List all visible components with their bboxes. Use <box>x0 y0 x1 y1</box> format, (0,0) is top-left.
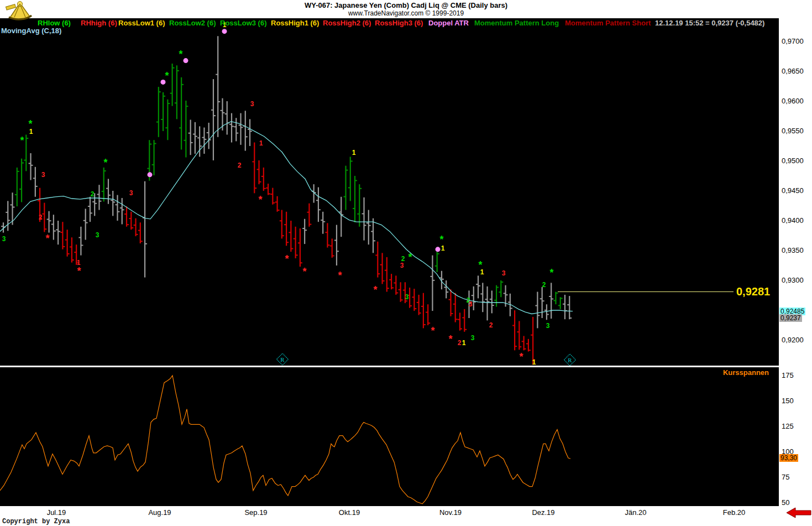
price-bar <box>129 212 133 230</box>
pattern-marker: 3 <box>400 262 404 269</box>
price-bar <box>348 157 353 201</box>
price-bar <box>111 191 115 216</box>
price-bar <box>83 209 88 239</box>
price-bar <box>448 289 453 316</box>
price-axis-label: 0,9300 <box>782 276 804 284</box>
pattern-marker: 3 <box>129 189 133 197</box>
legend-item[interactable]: 12.12.19 15:52 = 0,9237 (-0,5482) <box>655 19 764 27</box>
target-price-label: 0,9281 <box>736 285 770 298</box>
price-bar <box>280 210 284 239</box>
pattern-marker: * <box>285 253 289 264</box>
kursspannen-panel[interactable]: Kursspannen <box>0 367 779 506</box>
month-label: Sep.19 <box>234 508 278 517</box>
price-bar <box>239 113 243 145</box>
legend-item[interactable]: Momentum Pattern Short <box>565 19 651 27</box>
indicator-axis-label: 75 <box>782 473 789 481</box>
price-bar <box>229 113 234 143</box>
pattern-marker: * <box>549 267 553 278</box>
price-bar <box>88 197 92 222</box>
pattern-marker: 1 <box>441 244 445 252</box>
price-bar <box>175 65 179 119</box>
price-bar <box>417 295 421 315</box>
pattern-marker: * <box>431 325 434 336</box>
ross-hook-icon: R <box>564 354 575 366</box>
month-label: Aug.19 <box>138 508 182 517</box>
price-bar <box>161 92 165 131</box>
pattern-marker: * <box>20 135 24 146</box>
chart-subtitle: www.TradeNavigator.com © 1999-2019 <box>0 9 812 17</box>
price-bar <box>435 252 439 272</box>
price-bar <box>184 101 188 158</box>
price-bar <box>15 168 19 206</box>
price-bar <box>567 296 572 319</box>
scroll-left-arrow-icon[interactable] <box>785 507 812 519</box>
pattern-marker: * <box>179 49 182 60</box>
price-bar <box>307 204 311 227</box>
price-bar <box>116 195 120 221</box>
indicator-name-label[interactable]: Kursspannen <box>723 368 769 377</box>
price-bar <box>42 203 46 232</box>
price-bar <box>225 101 229 134</box>
price-bar <box>399 282 403 302</box>
legend-item[interactable]: RossHigh1 (6) <box>271 19 319 27</box>
price-chart-panel[interactable]: RHlow (6)RHhigh (6)RossLow1 (6)RossLow2 … <box>0 18 779 366</box>
month-label: Jul.19 <box>34 508 78 517</box>
legend-item[interactable]: RossLow3 (6) <box>220 19 267 27</box>
price-bar <box>563 295 567 319</box>
legend-item[interactable]: RHhigh (6) <box>81 19 117 27</box>
pattern-marker: 2 <box>542 281 546 289</box>
month-label: Okt.19 <box>327 508 371 517</box>
kursspannen-canvas[interactable] <box>0 367 779 506</box>
legend-item[interactable]: RossLow2 (6) <box>169 19 216 27</box>
price-bar <box>517 321 521 350</box>
price-bar <box>540 287 544 318</box>
price-bar <box>334 225 339 265</box>
price-bar <box>29 153 33 180</box>
price-bar <box>33 167 38 197</box>
pattern-marker: 3 <box>41 171 45 179</box>
price-bar <box>56 221 60 244</box>
price-chart-canvas[interactable]: 3**132*1*23*3**1231****1*23*3**1*21233*1… <box>0 18 779 366</box>
price-bar <box>462 309 467 332</box>
legend-item[interactable]: Momentum Pattern Long <box>474 19 559 27</box>
legend-item-movingavg[interactable]: MovingAvg (C,18) <box>1 27 61 35</box>
price-bar <box>512 310 517 350</box>
price-bar <box>544 304 549 320</box>
svg-text:R: R <box>568 357 572 363</box>
price-bar <box>138 222 143 243</box>
price-axis-label: 0,9500 <box>782 157 804 165</box>
pattern-marker: * <box>338 270 342 281</box>
legend-item[interactable]: RHlow (6) <box>38 19 71 27</box>
price-bar <box>298 228 302 267</box>
trade-navigator-logo-icon <box>4 1 35 23</box>
price-bar <box>321 212 325 234</box>
price-bar <box>211 79 216 160</box>
legend-item[interactable]: RossLow1 (6) <box>118 19 165 27</box>
price-bar <box>316 188 321 222</box>
price-axis-label: 0,9600 <box>782 97 804 105</box>
ross-hook-icon: R <box>276 353 288 365</box>
price-bar <box>490 290 494 313</box>
month-label: Nov.19 <box>428 508 473 517</box>
price-bar <box>120 198 124 225</box>
price-axis-label: 0,9550 <box>782 127 804 135</box>
price-bar <box>170 64 175 106</box>
price-bar <box>261 168 266 191</box>
copyright-label: Copyright by Zyxa <box>2 518 70 525</box>
pattern-marker: * <box>519 351 523 362</box>
price-bar <box>380 253 385 284</box>
price-bar <box>65 230 70 257</box>
legend-item[interactable]: Doppel ATR <box>428 19 469 27</box>
pattern-marker: 2 <box>489 321 493 329</box>
price-bar <box>458 313 462 330</box>
pattern-marker: 3 <box>469 300 473 308</box>
svg-text:R: R <box>280 356 285 363</box>
price-bar <box>1 222 6 232</box>
legend-item[interactable]: RossHigh3 (6) <box>375 19 423 27</box>
price-bar <box>476 275 480 298</box>
price-bar <box>193 122 197 154</box>
legend-item[interactable]: RossHigh2 (6) <box>323 19 371 27</box>
price-bar <box>216 36 220 137</box>
indicator-value-tag: 93,30 <box>779 454 798 462</box>
price-bar <box>252 143 256 194</box>
